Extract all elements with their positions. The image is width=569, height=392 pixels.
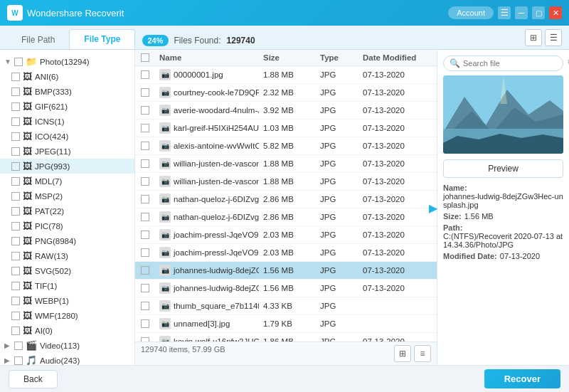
minimize-button[interactable]: ─ xyxy=(515,6,528,19)
file-checkbox-5[interactable] xyxy=(141,159,149,168)
file-row[interactable]: 📷 joachim-pressl-JqeVO91m1Go-unspl... 2.… xyxy=(135,226,437,244)
checkbox-wmf[interactable] xyxy=(11,312,20,320)
file-checkbox-1[interactable] xyxy=(141,88,149,97)
search-input[interactable] xyxy=(463,59,561,68)
sidebar-item-bmp[interactable]: 🖼 BMP(333) xyxy=(0,84,134,99)
sidebar-item-msp[interactable]: 🖼 MSP(2) xyxy=(0,189,134,203)
file-checkbox-6[interactable] xyxy=(141,177,149,186)
sidebar-item-icns[interactable]: 🖼 ICNS(1) xyxy=(0,114,134,129)
file-row[interactable]: 📷 willian-justen-de-vasconcellos-6SGa...… xyxy=(135,173,437,191)
sidebar-item-ani[interactable]: 🖼 ANI(6) xyxy=(0,69,134,84)
file-type-10: JPG xyxy=(316,248,358,257)
checkbox-ani[interactable] xyxy=(11,73,20,81)
back-button[interactable]: Back xyxy=(9,370,58,388)
expand-arrow[interactable]: ▶ xyxy=(429,201,437,214)
sidebar-item-png[interactable]: 🖼 PNG(8984) xyxy=(0,233,134,248)
list-view-btn[interactable]: ≡ xyxy=(414,345,431,362)
maximize-button[interactable]: ▢ xyxy=(532,6,545,19)
checkbox-gif[interactable] xyxy=(11,102,20,111)
file-checkbox-12[interactable] xyxy=(141,284,149,292)
file-checkbox-9[interactable] xyxy=(141,231,149,239)
file-row[interactable]: 📷 karl-greif-H5IXiH254AU-unsplash.jpg 1.… xyxy=(135,120,437,137)
preview-button[interactable]: Preview xyxy=(443,159,563,178)
sidebar-item-jpeg[interactable]: 🖼 JPEG(11) xyxy=(0,144,134,159)
sidebar-item-video[interactable]: ▶ 🎬 Video(113) xyxy=(0,338,134,353)
file-row[interactable]: 📷 willian-justen-de-vasconcellos-6SGa...… xyxy=(135,155,437,173)
menu-button[interactable]: ☰ xyxy=(498,6,511,19)
file-row[interactable]: 📷 joachim-pressl-JqeVO91m1Go-unspl... 2.… xyxy=(135,244,437,262)
file-checkbox-3[interactable] xyxy=(141,124,149,132)
file-thumb-4: 📷 xyxy=(159,140,171,152)
sidebar-label-audio: Audio(243) xyxy=(40,356,130,365)
file-checkbox-7[interactable] xyxy=(141,195,149,203)
file-row[interactable]: 📷 johannes-ludwig-8dejZGw3Hec-unsp... 1.… xyxy=(135,262,437,280)
checkbox-icns[interactable] xyxy=(11,117,20,126)
file-row[interactable]: 📷 nathan-queloz-j-6DIZvguFc-unsplash... … xyxy=(135,191,437,208)
checkbox-photo[interactable] xyxy=(14,58,23,66)
file-checkbox-13[interactable] xyxy=(141,302,149,310)
checkbox-pat[interactable] xyxy=(11,207,20,216)
sidebar-item-ai[interactable]: 🖼 AI(0) xyxy=(0,323,134,338)
recover-button[interactable]: Recover xyxy=(484,369,560,388)
sidebar-item-svg[interactable]: 🖼 SVG(502) xyxy=(0,263,134,278)
file-checkbox-14[interactable] xyxy=(141,319,149,328)
sidebar-item-ico[interactable]: 🖼 ICO(424) xyxy=(0,129,134,144)
sidebar-item-photo[interactable]: ▼ 📁 Photo(13294) xyxy=(0,54,134,69)
account-button[interactable]: Account xyxy=(448,6,494,19)
file-size-3: 1.03 MB xyxy=(259,124,316,132)
file-row[interactable]: 📷 kevin-wolf-u16nfw2JUCQ-unsplash... 1.8… xyxy=(135,333,437,341)
file-row[interactable]: 📷 nathan-queloz-j-6DIZvguFc-unsplash... … xyxy=(135,208,437,226)
file-row[interactable]: 📷 00000001.jpg 1.88 MB JPG 07-13-2020 xyxy=(135,66,437,84)
sidebar-item-pat[interactable]: 🖼 PAT(22) xyxy=(0,203,134,218)
checkbox-raw[interactable] xyxy=(11,252,20,260)
file-row[interactable]: 📷 unnamed[3].jpg 1.79 KB JPG xyxy=(135,315,437,333)
checkbox-video[interactable] xyxy=(14,341,23,350)
file-checkbox-11[interactable] xyxy=(141,266,149,275)
file-row[interactable]: 📷 thumb_square_e7b114f438afdd40e0... 4.3… xyxy=(135,297,437,315)
view-list-button[interactable]: ☰ xyxy=(545,29,562,46)
checkbox-pic[interactable] xyxy=(11,222,20,231)
file-checkbox-0[interactable] xyxy=(141,70,149,79)
sidebar-item-raw[interactable]: 🖼 RAW(13) xyxy=(0,248,134,263)
file-row[interactable]: 📷 johannes-ludwig-8dejZGw3Hec-unsp... 1.… xyxy=(135,280,437,297)
checkbox-bmp[interactable] xyxy=(11,88,20,96)
sidebar-label-ani: ANI(6) xyxy=(35,73,130,81)
sidebar-item-jpg[interactable]: 🖼 JPG(993) xyxy=(0,159,134,174)
sidebar-item-gif[interactable]: 🖼 GIF(621) xyxy=(0,99,134,114)
close-button[interactable]: ✕ xyxy=(549,6,562,19)
tab-file-type[interactable]: File Type xyxy=(69,29,135,49)
checkbox-jpeg[interactable] xyxy=(11,147,20,156)
sidebar-item-pic[interactable]: 🖼 PIC(78) xyxy=(0,218,134,233)
checkbox-webp[interactable] xyxy=(11,297,20,305)
file-row[interactable]: 📷 courtney-cook-le7D9QFiPr8-unsplan... 2… xyxy=(135,84,437,102)
checkbox-ai[interactable] xyxy=(11,327,20,335)
checkbox-tif[interactable] xyxy=(11,282,20,290)
file-checkbox-2[interactable] xyxy=(141,106,149,115)
tab-file-path[interactable]: File Path xyxy=(7,31,69,49)
sidebar-item-tif[interactable]: 🖼 TIF(1) xyxy=(0,278,134,293)
file-row[interactable]: 📷 averie-woodard-4nulm-JUYFo-unsplan... … xyxy=(135,102,437,120)
sidebar-label-video: Video(113) xyxy=(40,341,130,350)
file-row[interactable]: 📷 alexis-antoine-wvWwItCssr8-unsplan... … xyxy=(135,137,437,155)
checkbox-png[interactable] xyxy=(11,237,20,245)
checkbox-mdl[interactable] xyxy=(11,177,20,186)
checkbox-msp[interactable] xyxy=(11,192,20,201)
file-checkbox-8[interactable] xyxy=(141,213,149,221)
checkbox-ico[interactable] xyxy=(11,132,20,141)
grid-view-btn[interactable]: ⊞ xyxy=(394,345,411,362)
checkbox-svg[interactable] xyxy=(11,267,20,275)
file-checkbox-4[interactable] xyxy=(141,142,149,150)
sidebar-item-mdl[interactable]: 🖼 MDL(7) xyxy=(0,174,134,189)
svg-marker-4 xyxy=(443,134,563,154)
select-all-checkbox[interactable] xyxy=(141,53,149,62)
sidebar-item-webp[interactable]: 🖼 WEBP(1) xyxy=(0,293,134,308)
view-grid-button[interactable]: ⊞ xyxy=(525,29,542,46)
sidebar-label-mdl: MDL(7) xyxy=(35,177,130,186)
sidebar-item-audio[interactable]: ▶ 🎵 Audio(243) xyxy=(0,353,134,365)
file-checkbox-10[interactable] xyxy=(141,248,149,257)
checkbox-audio[interactable] xyxy=(14,356,23,365)
checkbox-jpg[interactable] xyxy=(11,162,20,171)
sidebar-item-wmf[interactable]: 🖼 WMF(1280) xyxy=(0,308,134,323)
col-date: Date Modified xyxy=(358,53,437,62)
file-icon-gif: 🖼 xyxy=(23,101,32,112)
